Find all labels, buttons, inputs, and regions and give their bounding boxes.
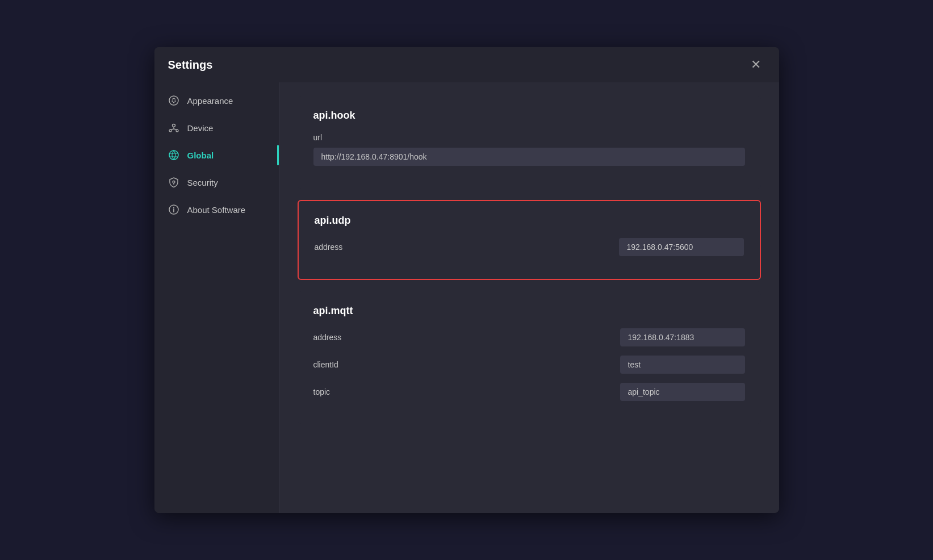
appearance-icon <box>168 95 179 106</box>
global-icon <box>168 149 179 161</box>
field-address-udp: address <box>315 238 744 256</box>
svg-point-1 <box>171 101 173 102</box>
info-icon <box>168 204 179 215</box>
section-title-api-udp: api.udp <box>315 215 744 227</box>
svg-point-4 <box>172 124 175 127</box>
field-input-url[interactable] <box>313 148 745 166</box>
sidebar-item-global[interactable]: Global <box>154 141 279 169</box>
settings-window: Settings ✕ Appearance <box>154 47 779 513</box>
section-api-udp: api.udp address <box>298 200 761 280</box>
sidebar-label-security: Security <box>187 178 218 187</box>
section-title-api-mqtt: api.mqtt <box>313 305 745 317</box>
svg-point-10 <box>169 151 178 160</box>
field-topic: topic <box>313 383 745 401</box>
field-input-clientid[interactable] <box>620 356 745 374</box>
field-label-topic: topic <box>313 387 330 396</box>
sidebar-item-security[interactable]: Security <box>154 169 279 196</box>
security-icon <box>168 177 179 188</box>
field-label-clientid: clientId <box>313 360 338 369</box>
main-panel: api.hook url api.udp address api.mqtt <box>279 82 779 513</box>
svg-point-11 <box>173 181 175 183</box>
sidebar-label-device: Device <box>187 123 214 133</box>
field-url: url <box>313 133 745 166</box>
sidebar-item-device[interactable]: Device <box>154 114 279 141</box>
sidebar-label-appearance: Appearance <box>187 96 233 106</box>
field-address-mqtt: address <box>313 328 745 346</box>
sidebar-label-global: Global <box>187 151 214 160</box>
field-label-address-udp: address <box>315 243 343 252</box>
svg-point-0 <box>169 96 178 105</box>
close-button[interactable]: ✕ <box>746 56 765 73</box>
field-input-topic[interactable] <box>620 383 745 401</box>
title-bar: Settings ✕ <box>154 47 779 82</box>
svg-point-3 <box>173 102 174 103</box>
svg-point-2 <box>174 101 175 102</box>
sidebar-item-about[interactable]: About Software <box>154 196 279 223</box>
sidebar: Appearance Device <box>154 82 279 513</box>
svg-point-15 <box>173 207 174 208</box>
sidebar-item-appearance[interactable]: Appearance <box>154 87 279 114</box>
svg-line-9 <box>174 129 177 130</box>
svg-line-8 <box>170 129 174 130</box>
field-label-url: url <box>313 133 745 142</box>
section-api-mqtt: api.mqtt address clientId topic <box>298 291 761 424</box>
section-api-hook: api.hook url <box>298 96 761 189</box>
field-input-address-udp[interactable] <box>619 238 744 256</box>
device-icon <box>168 122 179 133</box>
content-area: Appearance Device <box>154 82 779 513</box>
section-title-api-hook: api.hook <box>313 110 745 122</box>
sidebar-label-about: About Software <box>187 205 246 215</box>
field-input-address-mqtt[interactable] <box>620 328 745 346</box>
window-title: Settings <box>168 58 213 72</box>
field-label-address-mqtt: address <box>313 333 342 342</box>
field-clientid: clientId <box>313 356 745 374</box>
